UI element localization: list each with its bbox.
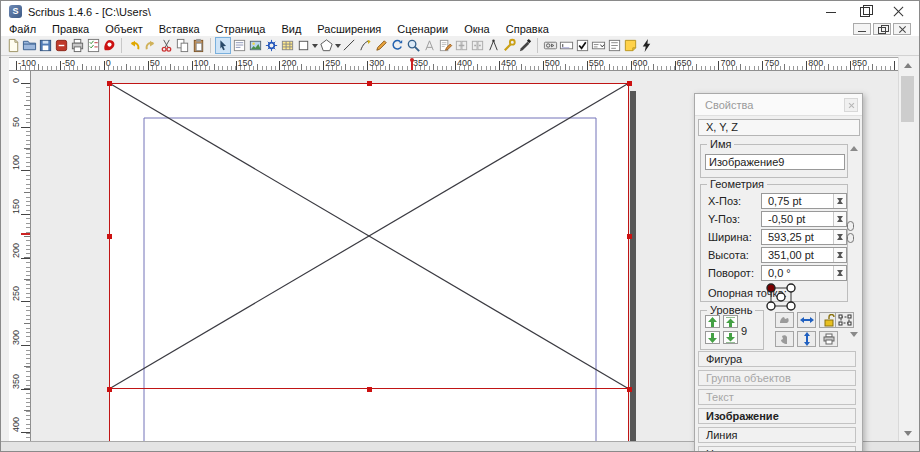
insert-bezier-curve-icon[interactable] (357, 37, 373, 54)
cut-icon[interactable] (158, 37, 174, 54)
pdf-list-box-icon[interactable] (606, 37, 622, 54)
pdf-checkbox-icon[interactable] (574, 37, 590, 54)
selection-handle-middle-left[interactable] (107, 234, 112, 239)
section-colors[interactable]: Цвета (698, 446, 856, 452)
panel-scroll-up-icon[interactable] (848, 140, 860, 150)
flip-vertical-button[interactable] (775, 331, 794, 347)
width-value[interactable]: 593,25 pt (762, 230, 833, 244)
insert-freehand-line-icon[interactable] (373, 37, 389, 54)
link-width-height-icon[interactable] (847, 221, 855, 251)
story-editor-icon[interactable] (437, 37, 453, 54)
tab-xyz[interactable]: X, Y, Z (698, 119, 860, 136)
palette-title-bar[interactable]: Свойства (695, 94, 862, 116)
restore-icon[interactable] (859, 6, 871, 18)
rotate-item-icon[interactable] (389, 37, 405, 54)
vertical-ruler[interactable]: 050100150200250300350400 (9, 71, 31, 441)
new-document-icon[interactable] (5, 37, 21, 54)
selection-handle-top-center[interactable] (367, 81, 372, 86)
menu-edit[interactable]: Правка (44, 23, 97, 35)
scroll-up-icon[interactable] (899, 57, 916, 73)
pdf-text-annotation-icon[interactable] (622, 37, 638, 54)
menu-page[interactable]: Страница (208, 23, 274, 35)
name-input[interactable]: Изображение9 (705, 154, 845, 170)
pdf-text-field-icon[interactable] (558, 37, 574, 54)
selection-handle-middle-right[interactable] (627, 234, 632, 239)
basepoint-selector[interactable] (761, 280, 801, 316)
select-item-icon[interactable] (215, 37, 231, 54)
menu-scripts[interactable]: Сценарии (389, 23, 456, 35)
mdi-minimize-icon[interactable] (853, 23, 871, 35)
minimize-icon[interactable] (825, 6, 837, 18)
insert-line-icon[interactable] (341, 37, 357, 54)
open-document-icon[interactable] (21, 37, 37, 54)
menu-file[interactable]: Файл (1, 23, 44, 35)
link-text-frames-icon[interactable] (453, 37, 469, 54)
x-pos-spinner-icon[interactable] (833, 194, 846, 208)
mirror-horizontal-button[interactable] (797, 312, 816, 328)
panel-scroll-down-icon[interactable] (848, 330, 860, 340)
polygon-dropdown-icon[interactable] (334, 37, 341, 54)
unlink-text-frames-icon[interactable] (469, 37, 485, 54)
section-image[interactable]: Изображение (698, 408, 856, 424)
palette-close-icon[interactable] (844, 98, 858, 112)
menu-help[interactable]: Справка (498, 23, 557, 35)
raise-level-icon[interactable] (705, 315, 720, 328)
zoom-icon[interactable] (405, 37, 421, 54)
lower-to-bottom-icon[interactable] (723, 331, 738, 344)
lock-size-button[interactable] (835, 312, 854, 328)
width-spinbox[interactable]: 593,25 pt (761, 229, 847, 245)
insert-shape-icon[interactable] (295, 37, 311, 54)
selection-handle-top-left[interactable] (107, 81, 112, 86)
paste-icon[interactable] (190, 37, 206, 54)
measurements-icon[interactable] (485, 37, 501, 54)
scroll-down-icon[interactable] (899, 425, 916, 441)
eye-dropper-icon[interactable] (517, 37, 533, 54)
x-pos-value[interactable]: 0,75 pt (762, 194, 833, 208)
x-pos-spinbox[interactable]: 0,75 pt (761, 193, 847, 209)
rotation-spinbox[interactable]: 0,0 ° (761, 265, 847, 281)
menu-windows[interactable]: Окна (456, 23, 498, 35)
print-object-button[interactable] (819, 331, 838, 347)
insert-polygon-icon[interactable] (318, 37, 334, 54)
close-document-icon[interactable] (53, 37, 69, 54)
insert-text-frame-icon[interactable] (231, 37, 247, 54)
y-pos-spinner-icon[interactable] (833, 212, 846, 226)
menu-extras[interactable]: Расширения (309, 23, 389, 35)
menu-item-object[interactable]: Объект (97, 23, 150, 35)
mdi-restore-icon[interactable] (873, 23, 891, 35)
pdf-push-button-icon[interactable] (542, 37, 558, 54)
selection-handle-top-right[interactable] (627, 81, 632, 86)
scrollbar-thumb[interactable] (901, 76, 914, 122)
raise-to-top-icon[interactable] (723, 315, 738, 328)
height-spinbox[interactable]: 351,00 pt (761, 247, 847, 263)
shape-dropdown-icon[interactable] (311, 37, 318, 54)
rotation-spinner-icon[interactable] (833, 266, 846, 280)
print-document-icon[interactable] (69, 37, 85, 54)
y-pos-value[interactable]: -0,50 pt (762, 212, 833, 226)
menu-insert[interactable]: Вставка (151, 23, 208, 35)
insert-image-frame-icon[interactable] (247, 37, 263, 54)
y-pos-spinbox[interactable]: -0,50 pt (761, 211, 847, 227)
width-spinner-icon[interactable] (833, 230, 846, 244)
mdi-close-icon[interactable] (893, 23, 911, 35)
redo-icon[interactable] (142, 37, 158, 54)
save-as-pdf-icon[interactable] (101, 37, 117, 54)
section-shape[interactable]: Фигура (698, 351, 856, 367)
selection-handle-bottom-right[interactable] (627, 387, 632, 392)
menu-view[interactable]: Вид (273, 23, 309, 35)
insert-render-frame-icon[interactable] (263, 37, 279, 54)
selection-handle-bottom-center[interactable] (367, 387, 372, 392)
pdf-combo-box-icon[interactable] (590, 37, 606, 54)
copy-item-properties-icon[interactable] (501, 37, 517, 54)
lower-level-icon[interactable] (705, 331, 720, 344)
preflight-verifier-icon[interactable] (85, 37, 101, 54)
height-value[interactable]: 351,00 pt (762, 248, 833, 262)
horizontal-ruler[interactable]: -100-50050100150200250300350400450500550… (9, 57, 898, 71)
copy-icon[interactable] (174, 37, 190, 54)
save-document-icon[interactable] (37, 37, 53, 54)
selection-handle-bottom-left[interactable] (107, 387, 112, 392)
flip-horizontal-button[interactable] (775, 312, 794, 328)
section-line[interactable]: Линия (698, 427, 856, 443)
rotation-value[interactable]: 0,0 ° (762, 266, 833, 280)
height-spinner-icon[interactable] (833, 248, 846, 262)
